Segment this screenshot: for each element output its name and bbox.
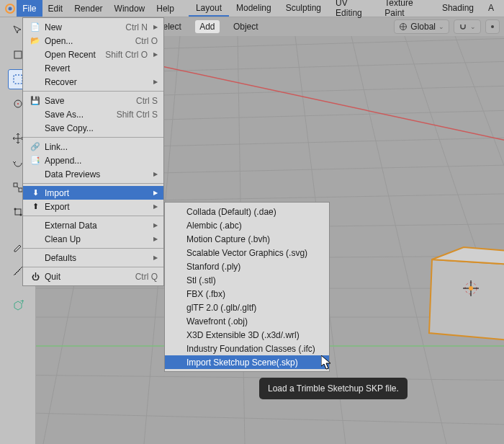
import-menu-item[interactable]: Motion Capture (.bvh) bbox=[165, 232, 329, 246]
snapping-dropdown[interactable]: ⌄ bbox=[454, 19, 481, 34]
menubar-file[interactable]: File bbox=[17, 0, 42, 17]
workspace-tab-uv-editing[interactable]: UV Editing bbox=[328, 0, 377, 17]
export-icon: ⬆ bbox=[29, 202, 42, 211]
file-menu-append-[interactable]: 📑Append... bbox=[23, 154, 163, 167]
default-cube[interactable] bbox=[429, 247, 504, 342]
workspace-tab-layout[interactable]: Layout bbox=[189, 0, 229, 17]
file-menu-import[interactable]: ⬇Import▶ bbox=[23, 186, 163, 200]
file-menu-external-data[interactable]: External Data▶ bbox=[23, 218, 163, 232]
import-menu-item[interactable]: Wavefront (.obj) bbox=[165, 314, 329, 328]
menu-item-label: FBX (.fbx) bbox=[186, 289, 323, 299]
file-menu-defaults[interactable]: Defaults▶ bbox=[23, 251, 163, 265]
menu-item-shortcut: Ctrl O bbox=[135, 36, 158, 46]
svg-text:+: + bbox=[20, 300, 24, 306]
svg-point-46 bbox=[469, 286, 473, 290]
menu-item-label: Save Copy... bbox=[45, 123, 158, 133]
submenu-arrow-icon: ▶ bbox=[153, 24, 158, 30]
menu-item-label: X3D Extensible 3D (.x3d/.wrl) bbox=[186, 330, 323, 340]
import-menu-item[interactable]: Scalable Vector Graphics (.svg) bbox=[165, 246, 329, 259]
file-menu-clean-up[interactable]: Clean Up▶ bbox=[23, 232, 163, 246]
file-menu-data-previews[interactable]: Data Previews▶ bbox=[23, 167, 163, 181]
header-right: Global ⌄ ⌄ bbox=[390, 17, 504, 36]
import-menu-item[interactable]: FBX (.fbx) bbox=[165, 287, 329, 301]
menu-item-label: Industry Foundation Classes (.ifc) bbox=[186, 344, 323, 354]
svg-rect-8 bbox=[14, 183, 17, 187]
file-menu-revert[interactable]: Revert bbox=[23, 61, 163, 75]
menu-item-label: Recover bbox=[45, 77, 148, 87]
menubar-render[interactable]: Render bbox=[68, 0, 108, 17]
menu-item-label: Alembic (.abc) bbox=[186, 221, 323, 231]
import-menu-item[interactable]: Stanford (.ply) bbox=[165, 259, 329, 273]
menu-item-label: Revert bbox=[45, 63, 158, 74]
menubar-help[interactable]: Help bbox=[150, 0, 180, 17]
submenu-arrow-icon: ▶ bbox=[153, 254, 158, 261]
viewport-menu-object[interactable]: Object bbox=[228, 20, 264, 33]
menubar-edit[interactable]: Edit bbox=[42, 0, 69, 17]
import-menu-item[interactable]: Alembic (.abc) bbox=[165, 218, 329, 232]
menu-item-shortcut: Ctrl Q bbox=[135, 272, 158, 282]
import-menu-item[interactable]: Import Sketchup Scene(.skp) bbox=[165, 355, 329, 369]
menubar-window[interactable]: Window bbox=[109, 0, 151, 17]
svg-point-3 bbox=[491, 25, 494, 28]
file-menu-recover[interactable]: Recover▶ bbox=[23, 75, 163, 89]
file-menu-open-[interactable]: 📂Open...Ctrl O bbox=[23, 34, 163, 48]
import-icon: ⬇ bbox=[29, 188, 42, 197]
cursor-icon bbox=[321, 355, 333, 370]
submenu-arrow-icon: ▶ bbox=[153, 222, 158, 228]
menu-item-shortcut: Shift Ctrl S bbox=[117, 110, 158, 120]
file-menu-export[interactable]: ⬆Export▶ bbox=[23, 200, 163, 213]
import-submenu[interactable]: Collada (Default) (.dae)Alembic (.abc)Mo… bbox=[164, 202, 330, 372]
menu-item-label: Clean Up bbox=[45, 234, 148, 244]
append-icon: 📑 bbox=[29, 156, 42, 165]
svg-marker-39 bbox=[429, 259, 504, 342]
menu-item-label: Open... bbox=[45, 36, 128, 46]
tool-addcube-button[interactable]: + bbox=[8, 296, 28, 316]
transform-orientation-dropdown[interactable]: Global ⌄ bbox=[394, 19, 449, 34]
app-logo-icon bbox=[3, 0, 17, 17]
menu-item-label: glTF 2.0 (.glb/.gltf) bbox=[186, 303, 323, 313]
submenu-arrow-icon: ▶ bbox=[153, 79, 158, 85]
menu-item-label: External Data bbox=[45, 221, 148, 231]
file-menu[interactable]: 📄NewCtrl N▶📂Open...Ctrl OOpen RecentShif… bbox=[22, 17, 164, 286]
menu-item-label: Defaults bbox=[45, 253, 148, 263]
menu-item-label: Scalable Vector Graphics (.svg) bbox=[186, 248, 323, 258]
file-menu-open-recent[interactable]: Open RecentShift Ctrl O▶ bbox=[23, 48, 163, 61]
magnet-icon bbox=[459, 22, 467, 31]
menu-item-shortcut: Ctrl N bbox=[125, 22, 148, 32]
menu-item-label: Stl (.stl) bbox=[186, 275, 323, 285]
file-menu-save-as-[interactable]: Save As...Shift Ctrl S bbox=[23, 107, 163, 121]
menu-item-label: Link... bbox=[45, 142, 158, 152]
workspace-tab-modeling[interactable]: Modeling bbox=[229, 0, 279, 17]
workspace-tab-texture-paint[interactable]: Texture Paint bbox=[377, 0, 435, 17]
chevron-down-icon: ⌄ bbox=[470, 23, 476, 30]
header-extra-icon[interactable] bbox=[485, 19, 500, 34]
globe-icon bbox=[399, 22, 408, 31]
workspace-tab-shading[interactable]: Shading bbox=[435, 0, 481, 17]
menu-item-label: Export bbox=[45, 202, 148, 212]
svg-rect-10 bbox=[15, 209, 21, 215]
file-menu-save-copy-[interactable]: Save Copy... bbox=[23, 121, 163, 135]
viewport-menu-add[interactable]: Add bbox=[195, 20, 219, 33]
workspace-tab-sculpting[interactable]: Sculpting bbox=[279, 0, 328, 17]
workspace-tab-overflow[interactable]: A bbox=[481, 0, 501, 17]
import-menu-item[interactable]: Stl (.stl) bbox=[165, 273, 329, 287]
file-menu-quit[interactable]: ⏻QuitCtrl Q bbox=[23, 270, 163, 283]
menubar[interactable]: File Edit Render Window Help Layout Mode… bbox=[0, 0, 504, 17]
import-menu-item[interactable]: glTF 2.0 (.glb/.gltf) bbox=[165, 301, 329, 314]
menu-item-label: Save As... bbox=[45, 110, 109, 120]
import-menu-item[interactable]: X3D Extensible 3D (.x3d/.wrl) bbox=[165, 328, 329, 342]
file-menu-save[interactable]: 💾SaveCtrl S bbox=[23, 94, 163, 107]
save-icon: 💾 bbox=[29, 96, 42, 105]
quit-icon: ⏻ bbox=[29, 272, 42, 281]
submenu-arrow-icon: ▶ bbox=[153, 203, 158, 210]
file-menu-new[interactable]: 📄NewCtrl N▶ bbox=[23, 20, 163, 34]
import-menu-item[interactable]: Industry Foundation Classes (.ifc) bbox=[165, 342, 329, 355]
svg-point-1 bbox=[8, 6, 12, 10]
svg-point-11 bbox=[14, 208, 16, 210]
file-menu-link-[interactable]: 🔗Link... bbox=[23, 140, 163, 154]
submenu-arrow-icon: ▶ bbox=[153, 236, 158, 242]
menu-item-label: Wavefront (.obj) bbox=[186, 316, 323, 327]
svg-point-7 bbox=[17, 103, 19, 105]
import-menu-item[interactable]: Collada (Default) (.dae) bbox=[165, 205, 329, 218]
menu-item-shortcut: Shift Ctrl O bbox=[105, 50, 148, 60]
